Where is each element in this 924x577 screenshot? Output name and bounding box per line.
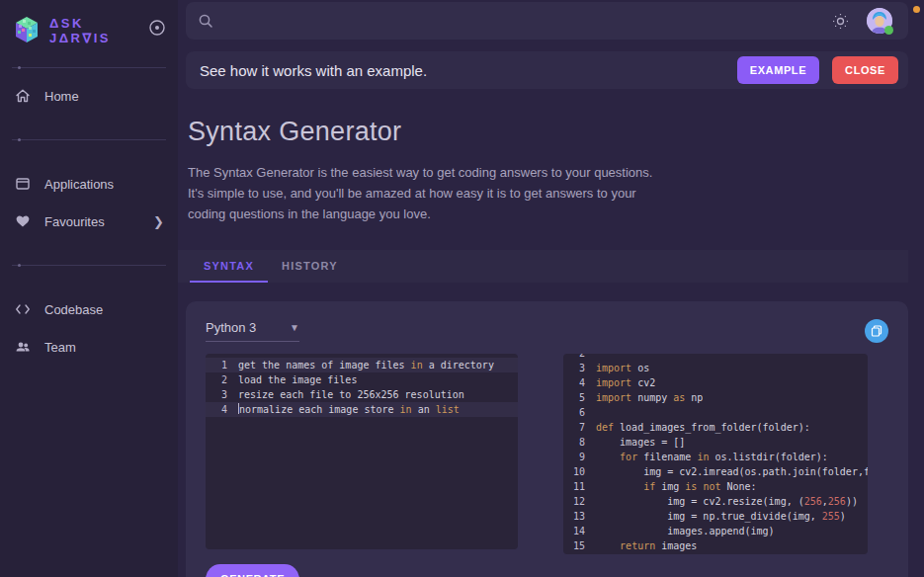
line-number: 8 (563, 435, 585, 450)
code-line: 6 (563, 405, 868, 420)
copy-code-button[interactable] (865, 319, 888, 343)
target-circle-icon (148, 19, 168, 37)
sidebar-divider (12, 67, 166, 68)
sidebar-divider (12, 139, 166, 140)
code-text: def load_images_from_folder(folder): (585, 420, 810, 435)
generated-code-panel[interactable]: 23import os4import cv25import numpy as n… (563, 354, 868, 554)
generate-button[interactable]: GENERATE (206, 564, 299, 577)
sidebar-item-label: Home (44, 89, 79, 104)
line-number: 5 (563, 390, 585, 405)
copy-icon (871, 325, 882, 337)
code-text: if img is not None: (585, 479, 757, 494)
sidebar-nav: Home Applications Favourites ❯ (0, 68, 178, 363)
code-line: 12 img = cv2.resize(img, (256,256)) (563, 494, 868, 509)
line-number: 4 (563, 375, 585, 390)
code-text: load the image files (227, 372, 357, 387)
code-text: import cv2 (585, 375, 655, 390)
line-number: 14 (563, 524, 585, 538)
sidebar-item-team[interactable]: Team (0, 331, 178, 363)
banner-text: See how it works with an example. (200, 62, 737, 79)
applications-icon (14, 175, 32, 193)
code-panels: 1get the names of image files in a direc… (206, 354, 888, 554)
line-number: 3 (563, 361, 585, 375)
settings-brightness-icon (832, 13, 849, 30)
code-line: 13 img = np.true_divide(img, 255) (563, 509, 868, 524)
page-title: Syntax Generator (188, 117, 908, 147)
tab-syntax[interactable]: SYNTAX (190, 250, 268, 283)
sidebar-collapse-button[interactable] (148, 18, 168, 38)
language-select[interactable]: Python 3 ▼ (206, 320, 299, 342)
app-window: ΔSK JΔR∇IS Home (0, 0, 924, 577)
code-line: 9 for filename in os.listdir(folder): (563, 450, 868, 464)
example-button[interactable]: EXAMPLE (737, 56, 819, 84)
page-description: The Syntax Generator is the easiest way … (188, 163, 662, 224)
sidebar-item-codebase[interactable]: Codebase (0, 293, 178, 325)
main-content: See how it works with an example. EXAMPL… (178, 0, 924, 577)
line-number: 16 (563, 553, 585, 554)
sidebar-divider (12, 265, 166, 266)
sidebar-item-applications[interactable]: Applications (0, 168, 178, 200)
notification-dot (913, 6, 920, 13)
code-line: 16 (563, 553, 868, 554)
online-status-dot (884, 26, 893, 35)
code-text: get the names of image files in a direct… (227, 358, 494, 372)
chevron-right-icon[interactable]: ❯ (153, 214, 164, 229)
code-text: for filename in os.listdir(folder): (585, 450, 828, 464)
heart-icon (14, 212, 32, 230)
line-number: 6 (563, 405, 585, 420)
code-line: 11 if img is not None: (563, 479, 868, 494)
code-text (585, 553, 596, 554)
code-line: 4normalize each image store in an list (206, 402, 518, 417)
team-icon (14, 338, 32, 356)
code-line: 3import os (563, 361, 868, 375)
code-line: 15 return images (563, 538, 868, 553)
code-icon (14, 300, 32, 318)
search-icon[interactable] (198, 13, 214, 30)
top-bar (186, 2, 908, 40)
code-line: 1get the names of image files in a direc… (206, 358, 518, 372)
query-code-editor[interactable]: 1get the names of image files in a direc… (206, 354, 518, 549)
line-number: 10 (563, 464, 585, 479)
code-line: 3resize each file to 256x256 resolution (206, 387, 518, 402)
code-text (585, 405, 596, 420)
code-text: img = cv2.imread(os.path.join(folder,fil… (585, 464, 868, 479)
logo-text: ΔSK JΔR∇IS (49, 12, 148, 45)
line-number: 11 (563, 479, 585, 494)
line-number: 1 (206, 358, 227, 372)
line-number: 2 (206, 372, 227, 387)
code-line: 2load the image files (206, 372, 518, 387)
line-number: 2 (563, 354, 585, 361)
code-line: 2 (563, 354, 868, 361)
sidebar-item-favourites[interactable]: Favourites ❯ (0, 206, 178, 237)
code-text (585, 354, 596, 361)
sidebar-item-label: Codebase (44, 302, 103, 317)
code-text: img = np.true_divide(img, 255) (585, 509, 846, 524)
code-line: 10 img = cv2.imread(os.path.join(folder,… (563, 464, 868, 479)
user-avatar[interactable] (867, 8, 892, 34)
close-button[interactable]: CLOSE (832, 56, 898, 84)
logo-row: ΔSK JΔR∇IS (0, 8, 178, 45)
chevron-down-icon: ▼ (290, 322, 299, 333)
line-number: 7 (563, 420, 585, 435)
code-text: images = [] (585, 435, 685, 450)
logo-line1: ΔSK (49, 16, 148, 31)
sidebar-item-home[interactable]: Home (0, 80, 178, 112)
code-line: 14 images.append(img) (563, 524, 868, 538)
syntax-generator-card: Python 3 ▼ 1get the names of image files… (186, 301, 908, 577)
language-select-value: Python 3 (206, 320, 290, 335)
line-number: 13 (563, 509, 585, 524)
logo-line2: JΔR∇IS (49, 31, 148, 45)
jarvis-cube-logo-icon (14, 16, 40, 43)
sidebar-item-label: Applications (44, 177, 114, 192)
tab-strip: SYNTAX HISTORY (178, 250, 908, 283)
code-text: import os (585, 361, 649, 375)
display-settings-button[interactable] (832, 13, 849, 30)
tab-history[interactable]: HISTORY (268, 250, 352, 283)
sidebar-item-label: Favourites (44, 214, 105, 229)
divider-dot (18, 66, 21, 69)
code-line: 5import numpy as np (563, 390, 868, 405)
sidebar-item-label: Team (44, 340, 76, 355)
divider-dot (18, 264, 21, 267)
code-text: normalize each image store in an list (227, 402, 460, 417)
home-icon (14, 87, 32, 105)
